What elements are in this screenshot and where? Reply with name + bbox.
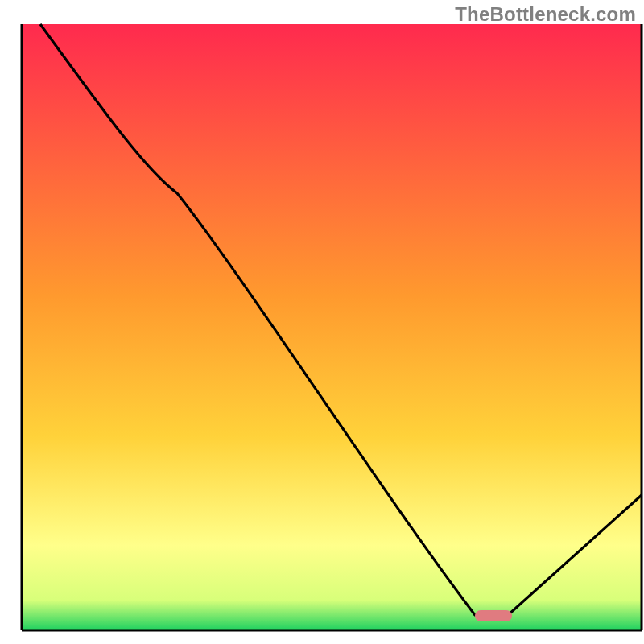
bottleneck-chart xyxy=(0,0,644,644)
watermark: TheBottleneck.com xyxy=(455,3,636,26)
chart-container: TheBottleneck.com xyxy=(0,0,644,644)
optimal-marker xyxy=(475,610,512,621)
plot-background xyxy=(22,24,642,630)
